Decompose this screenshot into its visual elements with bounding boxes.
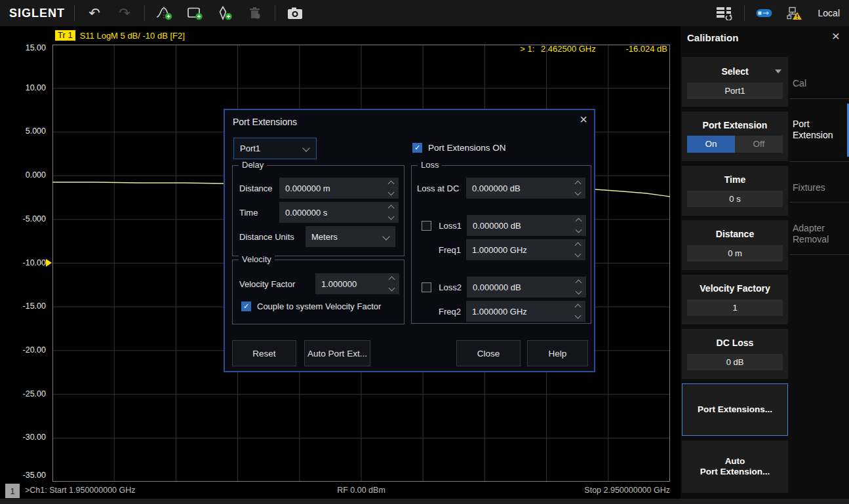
distance-panel[interactable]: Distance 0 m (682, 220, 788, 270)
freq2-field[interactable]: 1.000000 GHz (466, 301, 585, 322)
freq2-label: Freq2 (422, 307, 461, 317)
lan-status-button[interactable] (784, 3, 805, 23)
select-label: Select (721, 66, 748, 77)
tab-port-extension[interactable]: Port Extension (790, 99, 849, 162)
spin-buttons[interactable] (573, 301, 582, 322)
sidebar-close-button[interactable]: × (832, 29, 840, 43)
distance-label: Distance (716, 229, 754, 240)
port-extensions-on-checkbox[interactable]: ✓ Port Extensions ON (412, 143, 506, 153)
undo-button[interactable]: ↶ (84, 3, 105, 23)
spin-buttons[interactable] (386, 178, 395, 199)
velocity-factory-panel[interactable]: Velocity Factory 1 (682, 275, 788, 324)
dc-loss-label: DC Loss (717, 338, 754, 349)
tab-port-extension-label: Port Extension (793, 119, 833, 140)
spin-buttons[interactable] (573, 178, 582, 199)
time-label: Time (724, 174, 745, 185)
usb-status-button[interactable] (754, 3, 775, 23)
distance-field[interactable]: 0.000000 m (279, 178, 399, 199)
spin-buttons[interactable] (574, 215, 583, 236)
dialog-close-icon[interactable]: × (580, 113, 587, 126)
help-button[interactable]: Help (527, 340, 588, 366)
velocity-factor-field[interactable]: 1.000000 (315, 273, 399, 294)
local-button[interactable]: Local (818, 8, 840, 18)
chevron-down-icon (382, 233, 389, 240)
velocity-factory-value: 1 (687, 300, 783, 316)
distance-units-label: Distance Units (239, 232, 300, 242)
delete-trace-button[interactable] (245, 3, 266, 23)
sidebar-panels: Select Port1 Port Extension On Off Time … (682, 57, 788, 493)
close-button[interactable]: Close (456, 340, 521, 366)
trace-info-row: Tr 1 S11 LogM 5 dB/ -10 dB [F2] (55, 30, 185, 41)
select-port-value: Port1 (687, 83, 783, 99)
y-axis-tick: -25.00 (10, 389, 46, 398)
toggle-on-button[interactable]: On (687, 136, 735, 153)
loss2-field[interactable]: 0.000000 dB (467, 277, 586, 298)
toggle-off-button[interactable]: Off (735, 136, 783, 153)
spin-buttons[interactable] (573, 239, 582, 260)
tab-cal[interactable]: Cal (790, 58, 849, 99)
status-stop-frequency: Stop 2.950000000 GHz (52, 486, 670, 495)
window-layout-icon (716, 6, 733, 20)
dropdown-caret-icon (775, 69, 781, 73)
usb-icon (756, 9, 773, 18)
trace-info-label[interactable]: S11 LogM 5 dB/ -10 dB [F2] (80, 31, 185, 41)
add-marker-button[interactable] (214, 3, 235, 23)
y-axis-tick: 5.000 (10, 126, 46, 136)
time-field[interactable]: 0.000000 s (279, 202, 399, 223)
spin-buttons[interactable] (574, 277, 583, 298)
siglent-logo: SIGLENT (9, 7, 65, 20)
checkbox-checked-icon: ✓ (241, 301, 251, 311)
y-axis-tick: 10.00 (10, 83, 46, 92)
trace-badge[interactable]: Tr 1 (55, 30, 75, 41)
loss-at-dc-field[interactable]: 0.000000 dB (466, 178, 585, 199)
camera-icon (287, 7, 304, 20)
tab-cal-label: Cal (793, 78, 806, 88)
velocity-group: Velocity Velocity Factor 1.000000 ✓ Coup… (232, 260, 405, 324)
velocity-factory-label: Velocity Factory (700, 283, 770, 294)
reference-level-marker[interactable] (46, 259, 52, 267)
sidebar-tab-rail: Cal Port Extension Fixtures Adapter Remo… (790, 58, 849, 255)
tab-fixtures[interactable]: Fixtures (790, 162, 849, 203)
trash-icon (248, 6, 262, 20)
select-port-panel[interactable]: Select Port1 (682, 57, 788, 107)
time-field-label: Time (239, 208, 274, 218)
spin-buttons[interactable] (386, 202, 395, 223)
toolbar-separator (144, 5, 145, 21)
new-window-button[interactable] (184, 3, 205, 23)
new-window-icon (187, 6, 203, 20)
time-panel[interactable]: Time 0 s (682, 166, 788, 216)
dc-loss-panel[interactable]: DC Loss 0 dB (682, 329, 788, 379)
loss-legend: Loss (418, 160, 442, 170)
freq1-label: Freq1 (422, 245, 461, 255)
auto-port-ext-button[interactable]: Auto Port Ext... (304, 340, 370, 366)
velocity-factor-label: Velocity Factor (239, 279, 310, 289)
auto-port-extension-button[interactable]: Auto Port Extension... (682, 440, 788, 493)
loss1-field[interactable]: 0.000000 dB (467, 215, 586, 236)
couple-velocity-label: Couple to system Velocity Factor (257, 301, 381, 311)
reset-button[interactable]: Reset (232, 340, 296, 366)
toolbar-separator (744, 5, 745, 21)
freq1-field[interactable]: 1.000000 GHz (466, 239, 585, 260)
port-select-dropdown[interactable]: Port1 (233, 138, 317, 159)
channel-badge[interactable]: 1 (5, 484, 20, 498)
y-axis-tick: -5.000 (10, 214, 46, 223)
dialog-title: Port Extensions (233, 117, 297, 127)
couple-velocity-checkbox[interactable]: ✓ Couple to system Velocity Factor (241, 301, 381, 311)
freq1-value: 1.000000 GHz (466, 245, 527, 255)
add-trace-button[interactable] (154, 3, 175, 23)
tab-adapter-removal[interactable]: Adapter Removal (790, 203, 849, 254)
loss1-checkbox[interactable] (422, 221, 431, 231)
screenshot-button[interactable] (285, 3, 306, 23)
port-extensions-dialog-button[interactable]: Port Extensions... (682, 383, 788, 436)
checkbox-checked-icon: ✓ (412, 143, 422, 153)
port-extensions-on-label: Port Extensions ON (428, 143, 506, 153)
spin-buttons[interactable] (387, 273, 396, 294)
distance-units-dropdown[interactable]: Meters (306, 226, 395, 247)
s11-trace (52, 182, 224, 184)
loss-at-dc-label: Loss at DC (417, 184, 461, 193)
loss2-checkbox[interactable] (422, 282, 431, 292)
redo-button[interactable]: ↷ (114, 3, 135, 23)
port-extension-toggle: On Off (687, 136, 783, 153)
window-layout-button[interactable] (714, 3, 735, 23)
velocity-legend: Velocity (239, 254, 275, 264)
